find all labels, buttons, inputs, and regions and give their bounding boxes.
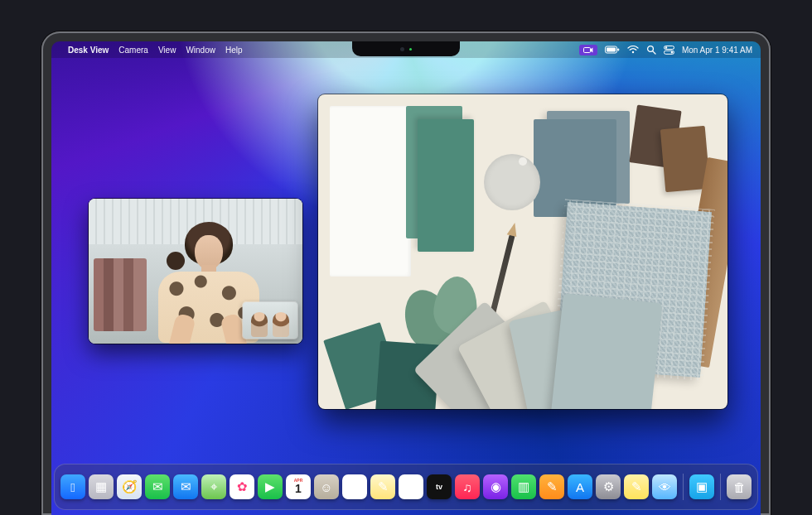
svg-point-10 <box>671 51 673 53</box>
dock-app-music[interactable]: ♫ <box>455 474 480 499</box>
dock-app-numbers[interactable]: ▥ <box>511 474 536 499</box>
menu-camera[interactable]: Camera <box>118 46 148 55</box>
dock-app-freeform[interactable]: ✐ <box>399 474 423 499</box>
status-area: Mon Apr 1 9:41 AM <box>579 45 752 55</box>
dock-app-settings[interactable]: ⚙ <box>596 474 621 499</box>
dock-app-calendar[interactable]: APR1 <box>286 474 311 499</box>
dock-app-mail[interactable]: ✉ <box>173 474 198 499</box>
svg-line-6 <box>653 51 655 54</box>
laptop-frame: Desk View Camera View Window Help <box>41 31 771 515</box>
dock-separator <box>720 474 721 500</box>
continuity-camera-icon[interactable] <box>579 45 597 55</box>
dock-app-stickies[interactable]: ✎ <box>624 474 649 499</box>
svg-point-8 <box>665 46 667 48</box>
menu-window[interactable]: Window <box>186 46 215 55</box>
battery-icon[interactable] <box>605 46 620 54</box>
svg-rect-3 <box>617 48 619 51</box>
dock-app-safari[interactable]: 🧭 <box>117 474 142 499</box>
facetime-participants-thumbnail[interactable] <box>243 302 297 339</box>
stone-disc <box>484 154 540 210</box>
spotlight-icon[interactable] <box>646 45 656 55</box>
pip-participant <box>251 312 268 337</box>
desktop: Desk View Camera View Window Help <box>51 41 761 515</box>
dock-app-finder[interactable]: 􀎞 <box>60 474 85 499</box>
menu-help[interactable]: Help <box>225 46 243 55</box>
dock-app-photos[interactable]: ✿ <box>230 474 254 499</box>
camera-dot <box>400 47 404 51</box>
dock-app-podcasts[interactable]: ◉ <box>483 474 508 499</box>
dock-app-preview[interactable]: 👁 <box>652 474 677 499</box>
white-card <box>330 106 411 277</box>
dock-app-launchpad[interactable]: ▦ <box>89 474 114 499</box>
camera-led <box>409 48 412 51</box>
svg-rect-2 <box>607 48 616 52</box>
clothing-rack <box>94 258 147 331</box>
dock-app-notes[interactable]: ✎ <box>370 474 395 499</box>
menu-view[interactable]: View <box>158 46 176 55</box>
facetime-window[interactable] <box>89 199 302 344</box>
dock: 􀎞▦🧭✉✉⌖✿▶APR1☺☑✎✐tv♫◉▥✎A⚙✎👁▣🗑 <box>54 464 758 510</box>
dock-app-desk-view-app[interactable]: ▣ <box>689 474 714 499</box>
dock-app-messages[interactable]: ✉ <box>145 474 170 499</box>
control-center-icon[interactable] <box>664 46 674 55</box>
svg-rect-0 <box>583 47 590 52</box>
dock-app-reminders[interactable]: ☑ <box>342 474 367 499</box>
desk-view-window[interactable] <box>318 94 727 409</box>
dock-trash[interactable]: 🗑 <box>727 474 752 499</box>
dock-app-facetime[interactable]: ▶ <box>258 474 283 499</box>
pip-participant <box>273 312 289 337</box>
teal-swatch <box>418 119 474 252</box>
app-menu[interactable]: Desk View <box>68 46 109 55</box>
wifi-icon[interactable] <box>627 46 639 54</box>
dock-app-pages[interactable]: ✎ <box>539 474 564 499</box>
display-notch <box>352 41 460 56</box>
dock-app-contacts[interactable]: ☺ <box>314 474 339 499</box>
menubar-clock[interactable]: Mon Apr 1 9:41 AM <box>682 46 752 55</box>
dock-app-appstore[interactable]: A <box>568 474 592 499</box>
svg-point-4 <box>632 51 634 53</box>
dock-app-maps[interactable]: ⌖ <box>201 474 226 499</box>
fan-swatch <box>550 293 662 409</box>
dock-separator <box>683 474 684 500</box>
dock-app-tv[interactable]: tv <box>427 474 452 499</box>
